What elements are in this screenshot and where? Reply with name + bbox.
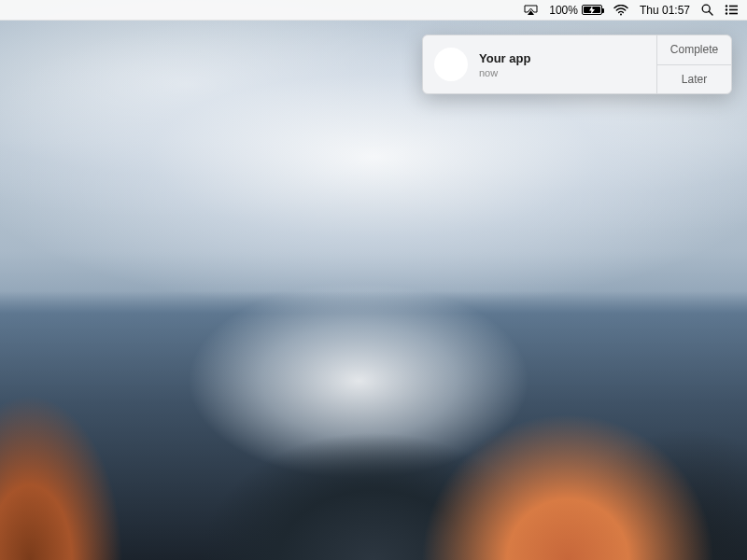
notification-action-complete[interactable]: Complete <box>657 35 731 65</box>
svg-rect-4 <box>729 6 738 7</box>
svg-rect-6 <box>729 9 738 11</box>
notification-time: now <box>479 67 530 78</box>
clock[interactable]: Thu 01:57 <box>640 4 690 17</box>
battery-status[interactable]: 100% <box>549 4 602 17</box>
notification-action-later[interactable]: Later <box>657 65 731 94</box>
wifi-icon[interactable] <box>613 5 628 16</box>
notification-banner: Your app now Complete Later <box>422 35 732 94</box>
notification-app-icon <box>434 48 468 81</box>
svg-point-7 <box>726 12 727 14</box>
battery-icon <box>582 5 602 15</box>
svg-point-0 <box>620 13 622 15</box>
notification-actions: Complete Later <box>656 35 731 93</box>
svg-rect-8 <box>729 13 738 15</box>
spotlight-icon[interactable] <box>701 4 713 16</box>
clock-label: Thu 01:57 <box>640 4 690 17</box>
notification-center-icon[interactable] <box>725 5 738 15</box>
svg-point-5 <box>726 8 727 10</box>
svg-point-3 <box>726 5 727 7</box>
notification-body[interactable]: Your app now <box>423 35 656 93</box>
svg-line-2 <box>709 11 712 15</box>
notification-title: Your app <box>479 51 530 65</box>
menu-bar: 100% Thu 01:57 <box>0 0 747 21</box>
airplay-icon[interactable] <box>524 5 538 16</box>
battery-percent-label: 100% <box>549 4 578 17</box>
